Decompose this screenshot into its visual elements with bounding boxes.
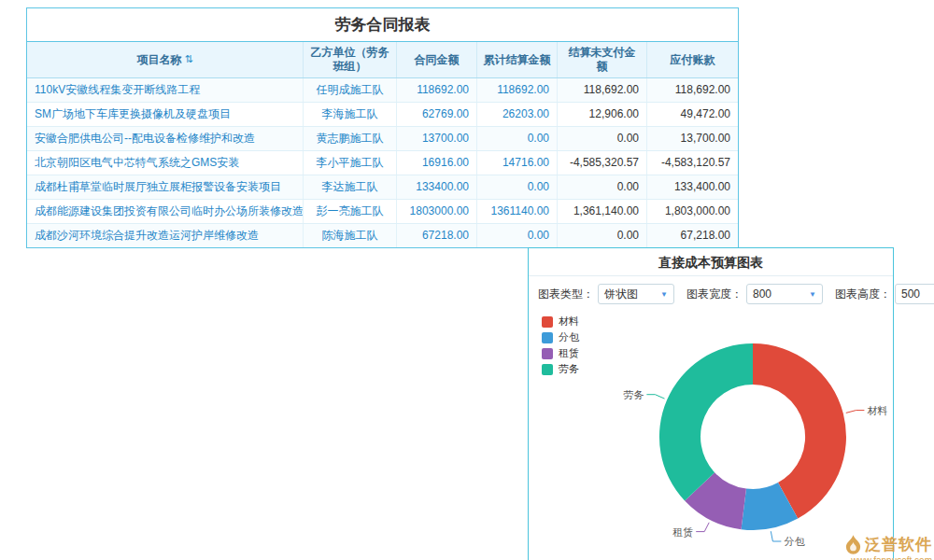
cell-unit[interactable]: 李小平施工队	[304, 151, 397, 175]
label-leader-line	[696, 523, 709, 532]
select-value: 500	[901, 287, 920, 301]
column-header-5: 结算未支付金额	[558, 42, 647, 77]
control-select-2[interactable]: 800▼	[746, 284, 823, 304]
chevron-down-icon: ▼	[660, 290, 668, 299]
table-row: 110kV安徽线程集变开断线路工程任明成施工队118692.00118692.0…	[27, 78, 738, 103]
cell-unpaid: 118,692.00	[558, 78, 647, 102]
cell-unpaid: 1,361,140.00	[558, 200, 647, 223]
legend-item-材料[interactable]: 材料	[542, 314, 579, 329]
cell-settled[interactable]: 0.00	[477, 127, 558, 150]
cell-unpaid: 12,906.00	[558, 103, 647, 126]
pie-slice-分包[interactable]	[742, 483, 799, 530]
slice-label-租赁: 租赁	[672, 526, 693, 538]
legend-label: 分包	[559, 330, 579, 344]
label-leader-line	[771, 531, 781, 541]
cell-project[interactable]: 北京朝阳区电气中芯特气系统之GMS安装	[27, 151, 304, 175]
control-select-3[interactable]: 500▼	[895, 284, 934, 304]
cell-payable: 1,803,000.00	[647, 200, 738, 223]
label-leader-line	[646, 395, 664, 399]
flame-logo-icon	[845, 535, 861, 554]
cell-project[interactable]: 成都能源建设集团投资有限公司临时办公场所装修改造工程EPC	[27, 200, 304, 223]
chart-controls: 图表类型：饼状图▼图表宽度：800▼图表高度：500▼	[529, 276, 893, 304]
cell-unit[interactable]: 李达施工队	[304, 175, 397, 199]
legend-swatch	[542, 316, 553, 328]
cell-unit[interactable]: 任明成施工队	[304, 78, 397, 102]
cell-payable: 67,218.00	[647, 224, 738, 247]
cell-settled[interactable]: 14716.00	[477, 151, 558, 175]
cell-unpaid: 0.00	[558, 127, 647, 150]
column-header-2: 乙方单位（劳务班组）	[304, 42, 397, 77]
report-title: 劳务合同报表	[27, 8, 738, 42]
cell-contract[interactable]: 1803000.00	[397, 200, 477, 223]
chart-panel: 直接成本预算图表 图表类型：饼状图▼图表宽度：800▼图表高度：500▼ 材料分…	[528, 247, 894, 560]
cell-project[interactable]: 成都沙河环境综合提升改造运河护岸维修改造	[27, 224, 304, 247]
cell-contract[interactable]: 13700.00	[397, 127, 477, 150]
cell-contract[interactable]: 133400.00	[397, 175, 477, 199]
cell-payable: 13,700.00	[647, 127, 738, 150]
cell-payable: -4,583,120.57	[647, 151, 738, 175]
chart-legend: 材料分包租赁劳务	[542, 314, 579, 377]
cell-unit[interactable]: 陈海施工队	[304, 224, 397, 247]
cell-settled[interactable]: 26203.00	[477, 103, 558, 126]
sort-icon[interactable]: ⇅	[184, 53, 192, 66]
column-header-3: 合同金额	[397, 42, 477, 77]
brand-watermark: 泛普软件 www.fanpusoft.com	[805, 534, 932, 560]
chart-control-1: 图表类型：饼状图▼	[538, 284, 674, 304]
cell-unpaid: 0.00	[558, 224, 647, 247]
label-leader-line	[846, 411, 865, 413]
chart-control-2: 图表宽度：800▼	[686, 284, 823, 304]
legend-item-分包[interactable]: 分包	[542, 329, 579, 345]
cell-settled[interactable]: 1361140.00	[477, 200, 558, 223]
cell-payable: 49,472.00	[647, 103, 738, 126]
table-row: 成都能源建设集团投资有限公司临时办公场所装修改造工程EPC彭一亮施工队18030…	[27, 200, 738, 224]
legend-swatch	[542, 364, 553, 375]
table-header-row: 项目名称⇅乙方单位（劳务班组）合同金额累计结算金额结算未支付金额应付账款	[27, 42, 738, 78]
legend-item-劳务[interactable]: 劳务	[542, 361, 579, 377]
chevron-down-icon: ▼	[809, 290, 816, 299]
watermark-brand: 泛普软件	[865, 534, 932, 555]
cell-project[interactable]: SM广场地下车库更换摄像机及硬盘项目	[27, 103, 304, 126]
column-header-6: 应付账款	[647, 42, 738, 77]
watermark-url: www.fanpusoft.com	[805, 555, 932, 560]
column-header-4: 累计结算金额	[477, 42, 558, 77]
legend-label: 租赁	[559, 346, 579, 360]
cell-contract[interactable]: 62769.00	[397, 103, 477, 126]
table-body: 110kV安徽线程集变开断线路工程任明成施工队118692.00118692.0…	[27, 78, 738, 247]
legend-swatch	[542, 332, 553, 343]
table-row: 安徽合肥供电公司--配电设备检修维护和改造黄志鹏施工队13700.000.000…	[27, 127, 738, 151]
cell-settled[interactable]: 0.00	[477, 175, 558, 199]
slice-label-分包: 分包	[784, 536, 805, 547]
legend-label: 劳务	[559, 362, 579, 376]
cell-project[interactable]: 110kV安徽线程集变开断线路工程	[27, 78, 304, 102]
cell-payable: 118,692.00	[647, 78, 738, 102]
cell-contract[interactable]: 16916.00	[397, 151, 477, 175]
cell-settled[interactable]: 0.00	[477, 224, 558, 247]
control-label: 图表高度：	[835, 287, 891, 302]
slice-label-劳务: 劳务	[623, 389, 644, 400]
column-header-1[interactable]: 项目名称⇅	[27, 42, 304, 77]
select-value: 饼状图	[604, 287, 638, 302]
cell-contract[interactable]: 67218.00	[397, 224, 477, 247]
cell-unpaid: -4,585,320.57	[558, 151, 647, 175]
cell-unit[interactable]: 李海施工队	[304, 103, 397, 126]
cell-contract[interactable]: 118692.00	[397, 78, 477, 102]
control-label: 图表类型：	[538, 287, 594, 302]
cell-unit[interactable]: 彭一亮施工队	[304, 200, 397, 223]
control-select-1[interactable]: 饼状图▼	[598, 284, 674, 304]
cell-settled[interactable]: 118692.00	[477, 78, 558, 102]
cell-project[interactable]: 成都杜甫草堂临时展厅独立展柜报警设备安装项目	[27, 175, 304, 199]
pie-slice-租赁[interactable]	[685, 472, 746, 529]
chart-panel-title: 直接成本预算图表	[529, 248, 893, 276]
cell-project[interactable]: 安徽合肥供电公司--配电设备检修维护和改造	[27, 127, 304, 150]
pie-slice-劳务[interactable]	[659, 343, 753, 501]
table-row: SM广场地下车库更换摄像机及硬盘项目李海施工队62769.0026203.001…	[27, 103, 738, 127]
pie-slice-材料[interactable]	[753, 343, 846, 519]
legend-label: 材料	[559, 315, 579, 329]
cell-unit[interactable]: 黄志鹏施工队	[304, 127, 397, 150]
table-row: 北京朝阳区电气中芯特气系统之GMS安装李小平施工队16916.0014716.0…	[27, 151, 738, 175]
legend-swatch	[542, 348, 553, 359]
cell-payable: 133,400.00	[647, 175, 738, 199]
select-value: 800	[753, 287, 771, 301]
legend-item-租赁[interactable]: 租赁	[542, 345, 579, 361]
labor-contract-report-table: 劳务合同报表 项目名称⇅乙方单位（劳务班组）合同金额累计结算金额结算未支付金额应…	[26, 7, 739, 248]
